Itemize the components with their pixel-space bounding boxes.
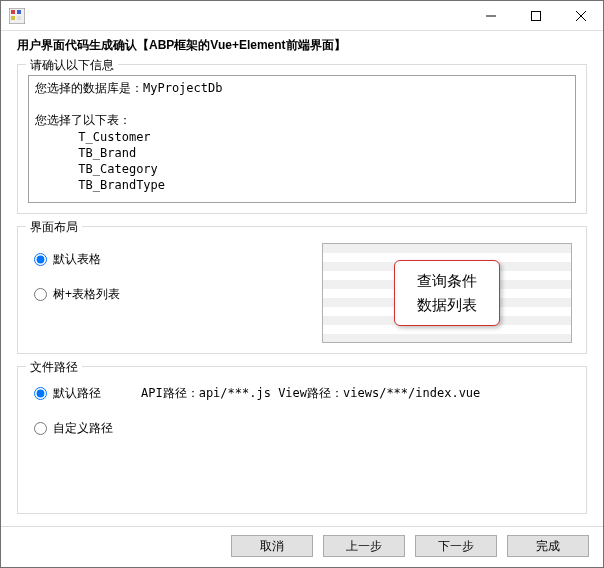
radio-tree-table-label: 树+表格列表 bbox=[53, 286, 120, 303]
layout-fieldset: 界面布局 默认表格 树+表格列表 查询条件 数据列表 bbox=[17, 226, 587, 354]
svg-rect-4 bbox=[17, 16, 21, 20]
finish-button[interactable]: 完成 bbox=[507, 535, 589, 557]
path-legend: 文件路径 bbox=[26, 359, 82, 376]
confirm-legend: 请确认以下信息 bbox=[26, 57, 118, 74]
svg-rect-6 bbox=[531, 11, 540, 20]
layout-radio-group: 默认表格 树+表格列表 bbox=[28, 243, 124, 311]
confirm-info-text[interactable]: 您选择的数据库是：MyProjectDb 您选择了以下表： T_Customer… bbox=[28, 75, 576, 203]
prev-button[interactable]: 上一步 bbox=[323, 535, 405, 557]
cancel-button[interactable]: 取消 bbox=[231, 535, 313, 557]
path-hint: API路径：api/***.js View路径：views/***/index.… bbox=[141, 385, 480, 402]
minimize-button[interactable] bbox=[468, 1, 513, 30]
radio-default-path[interactable]: 默认路径 bbox=[34, 385, 101, 402]
radio-custom-path[interactable]: 自定义路径 bbox=[34, 420, 572, 437]
svg-rect-1 bbox=[11, 10, 15, 14]
preview-line1: 查询条件 bbox=[417, 269, 477, 293]
path-fieldset: 文件路径 默认路径 API路径：api/***.js View路径：views/… bbox=[17, 366, 587, 514]
radio-custom-path-label: 自定义路径 bbox=[53, 420, 113, 437]
dialog-title: 用户界面代码生成确认【ABP框架的Vue+Element前端界面】 bbox=[17, 37, 587, 54]
radio-default-table-label: 默认表格 bbox=[53, 251, 101, 268]
radio-default-path-label: 默认路径 bbox=[53, 385, 101, 402]
svg-rect-2 bbox=[17, 10, 21, 14]
svg-rect-3 bbox=[11, 16, 15, 20]
radio-default-table-input[interactable] bbox=[34, 253, 47, 266]
layout-preview: 查询条件 数据列表 bbox=[322, 243, 572, 343]
preview-line2: 数据列表 bbox=[417, 293, 477, 317]
titlebar bbox=[1, 1, 603, 31]
radio-default-table[interactable]: 默认表格 bbox=[34, 251, 120, 268]
footer: 取消 上一步 下一步 完成 bbox=[1, 526, 603, 567]
app-icon bbox=[9, 8, 25, 24]
radio-default-path-input[interactable] bbox=[34, 387, 47, 400]
client-area: 用户界面代码生成确认【ABP框架的Vue+Element前端界面】 请确认以下信… bbox=[1, 31, 603, 526]
maximize-button[interactable] bbox=[513, 1, 558, 30]
radio-custom-path-input[interactable] bbox=[34, 422, 47, 435]
confirm-fieldset: 请确认以下信息 您选择的数据库是：MyProjectDb 您选择了以下表： T_… bbox=[17, 64, 587, 214]
layout-preview-card: 查询条件 数据列表 bbox=[394, 260, 500, 326]
radio-tree-table-input[interactable] bbox=[34, 288, 47, 301]
close-button[interactable] bbox=[558, 1, 603, 30]
radio-tree-table[interactable]: 树+表格列表 bbox=[34, 286, 120, 303]
next-button[interactable]: 下一步 bbox=[415, 535, 497, 557]
dialog-window: 用户界面代码生成确认【ABP框架的Vue+Element前端界面】 请确认以下信… bbox=[0, 0, 604, 568]
layout-legend: 界面布局 bbox=[26, 219, 82, 236]
